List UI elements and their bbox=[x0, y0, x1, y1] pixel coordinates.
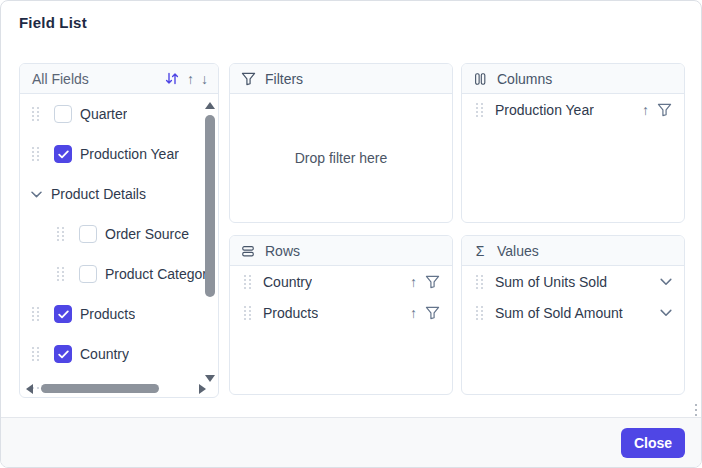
horizontal-scrollbar[interactable] bbox=[24, 384, 208, 394]
values-panel: Σ Values Sum of Units Sold Sum of Sold A… bbox=[461, 235, 685, 395]
field-row-production-year: Production Year bbox=[20, 134, 206, 174]
field-label: Products bbox=[80, 306, 135, 322]
sort-descending-icon[interactable]: ↓ bbox=[201, 72, 208, 86]
drag-handle-icon[interactable] bbox=[32, 107, 41, 121]
dialog-footer: Close bbox=[1, 417, 701, 467]
scroll-up-icon[interactable] bbox=[205, 102, 215, 109]
vertical-scrollbar[interactable] bbox=[204, 98, 216, 386]
values-title: Values bbox=[497, 243, 539, 259]
sort-icons: ↑ ↓ bbox=[164, 71, 208, 86]
columns-panel: Columns Production Year ↑ bbox=[461, 63, 685, 223]
drag-handle-icon[interactable] bbox=[476, 275, 485, 289]
columns-header: Columns bbox=[462, 64, 684, 94]
field-label: Order Source bbox=[105, 226, 189, 242]
all-fields-header: All Fields ↑ ↓ bbox=[20, 64, 218, 94]
checkbox-product-category[interactable] bbox=[79, 265, 97, 283]
chevron-down-icon[interactable] bbox=[31, 191, 42, 198]
scroll-down-icon[interactable] bbox=[205, 375, 215, 382]
axis-item-sum-of-units-sold[interactable]: Sum of Units Sold bbox=[462, 266, 684, 297]
dialog-title: Field List bbox=[19, 14, 87, 31]
horizontal-scroll-thumb[interactable] bbox=[41, 384, 159, 393]
rows-panel: Rows Country ↑ Products ↑ bbox=[229, 235, 453, 395]
field-label: Product Category bbox=[105, 266, 206, 282]
all-fields-title: All Fields bbox=[32, 71, 89, 87]
drag-handle-icon[interactable] bbox=[244, 306, 253, 320]
field-label: Quarter bbox=[80, 106, 127, 122]
filter-icon[interactable] bbox=[425, 306, 440, 320]
group-label: Product Details bbox=[51, 186, 146, 202]
drag-handle-icon[interactable] bbox=[32, 147, 41, 161]
funnel-icon bbox=[240, 72, 256, 86]
sort-toggle-icon[interactable] bbox=[164, 71, 180, 86]
field-row-products: Products bbox=[20, 294, 206, 334]
checkbox-production-year[interactable] bbox=[54, 145, 72, 163]
rows-icon bbox=[240, 244, 256, 258]
close-button[interactable]: Close bbox=[621, 428, 685, 458]
drag-handle-icon[interactable] bbox=[32, 347, 41, 361]
sort-ascending-icon[interactable]: ↑ bbox=[187, 72, 194, 86]
aggregation-dropdown-icon[interactable] bbox=[660, 309, 672, 317]
filters-drop-zone[interactable]: Drop filter here bbox=[230, 94, 452, 222]
drag-handle-icon[interactable] bbox=[32, 307, 41, 321]
drag-handle-icon[interactable] bbox=[476, 103, 485, 117]
filters-panel: Filters Drop filter here bbox=[229, 63, 453, 223]
axis-item-label: Country bbox=[263, 274, 312, 290]
axis-item-products[interactable]: Products ↑ bbox=[230, 297, 452, 328]
axis-item-country[interactable]: Country ↑ bbox=[230, 266, 452, 297]
sigma-icon: Σ bbox=[472, 243, 488, 259]
columns-title: Columns bbox=[497, 71, 552, 87]
field-row-quarter: Quarter bbox=[20, 94, 206, 134]
checkbox-country[interactable] bbox=[54, 345, 72, 363]
move-up-icon[interactable]: ↑ bbox=[410, 275, 417, 289]
drop-hint-text: Drop filter here bbox=[295, 150, 388, 166]
checkbox-quarter[interactable] bbox=[54, 105, 72, 123]
axis-item-label: Sum of Sold Amount bbox=[495, 305, 623, 321]
axis-item-production-year[interactable]: Production Year ↑ bbox=[462, 94, 684, 125]
axis-item-sum-of-sold-amount[interactable]: Sum of Sold Amount bbox=[462, 297, 684, 328]
rows-header: Rows bbox=[230, 236, 452, 266]
aggregation-dropdown-icon[interactable] bbox=[660, 278, 672, 286]
filter-icon[interactable] bbox=[425, 275, 440, 289]
values-header: Σ Values bbox=[462, 236, 684, 266]
filters-title: Filters bbox=[265, 71, 303, 87]
scroll-right-icon[interactable] bbox=[199, 384, 206, 394]
axis-item-label: Products bbox=[263, 305, 318, 321]
drag-handle-icon[interactable] bbox=[57, 227, 66, 241]
rows-title: Rows bbox=[265, 243, 300, 259]
all-fields-panel: All Fields ↑ ↓ Quarter bbox=[19, 63, 219, 398]
field-list-dialog: Field List All Fields ↑ ↓ bbox=[0, 0, 702, 468]
scroll-left-icon[interactable] bbox=[26, 384, 33, 394]
vertical-scroll-thumb[interactable] bbox=[205, 115, 215, 297]
field-row-order-source: Order Source bbox=[20, 214, 206, 254]
axis-item-label: Production Year bbox=[495, 102, 594, 118]
drag-handle-icon[interactable] bbox=[244, 275, 253, 289]
filters-header: Filters bbox=[230, 64, 452, 94]
field-row-product-category: Product Category bbox=[20, 254, 206, 294]
field-label: Production Year bbox=[80, 146, 179, 162]
move-up-icon[interactable]: ↑ bbox=[642, 103, 649, 117]
checkbox-products[interactable] bbox=[54, 305, 72, 323]
move-up-icon[interactable]: ↑ bbox=[410, 306, 417, 320]
axis-item-label: Sum of Units Sold bbox=[495, 274, 607, 290]
field-label: Country bbox=[80, 346, 129, 362]
drag-handle-icon[interactable] bbox=[476, 306, 485, 320]
field-tree: Quarter Production Year Product Details bbox=[20, 94, 206, 389]
drag-handle-icon[interactable] bbox=[57, 267, 66, 281]
field-row-country: Country bbox=[20, 334, 206, 374]
field-group-product-details: Product Details bbox=[20, 174, 206, 214]
checkbox-order-source[interactable] bbox=[79, 225, 97, 243]
filter-icon[interactable] bbox=[657, 103, 672, 117]
columns-icon bbox=[472, 72, 488, 86]
